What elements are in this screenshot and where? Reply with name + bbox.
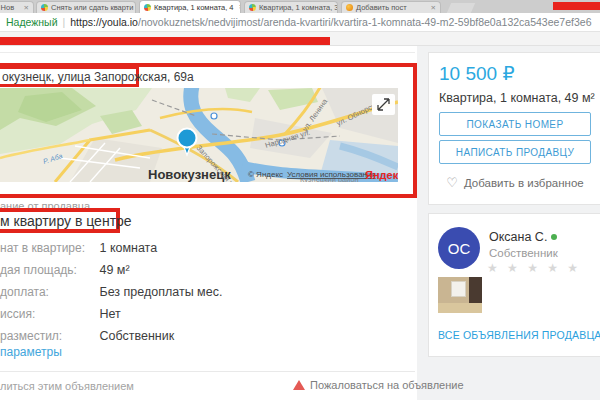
listing-title: м квартиру в центре (0, 213, 132, 229)
site-favicon-icon (346, 4, 353, 11)
detail-row-rooms: нат в квартире: 1 комната (0, 238, 157, 256)
redaction-box (553, 2, 600, 10)
detail-value: 1 комната (99, 241, 157, 255)
thumbnail-wardrobe-shape (469, 277, 482, 305)
seller-avatar[interactable]: ОС (438, 227, 480, 269)
tab-snyat-kvartiru[interactable]: Снять или сдать кварти ✕ (36, 1, 136, 13)
listing-address: окузнецк, улица Запорожская, 69а (2, 70, 194, 84)
seller-name: Оксана С. (489, 230, 547, 244)
detail-label: нат в квартире: (0, 241, 95, 255)
tab-label: Квартира, 1 комната, 3 (259, 3, 338, 12)
add-to-favorites-button[interactable]: ♡ Добавить в избранное (429, 175, 600, 190)
seller-card: ОС Оксана С. Собственник ★ ★ ★ ★ ★ ВСЕ О… (428, 213, 600, 357)
tab-close-icon[interactable]: ✕ (22, 4, 29, 12)
all-parameters-link[interactable]: параметры (0, 345, 62, 359)
youla-favicon-icon (144, 4, 151, 11)
write-seller-button[interactable]: НАПИСАТЬ ПРОДАВЦУ (439, 140, 591, 164)
thumbnail-floor-shape (438, 303, 482, 313)
detail-row-commission: иссия: Нет (0, 304, 121, 322)
youla-favicon-icon (41, 4, 48, 11)
map-terms-link[interactable]: Условия использования (287, 170, 376, 179)
tab-label: Добавить пост (356, 3, 407, 12)
tab-label: — Нов (0, 3, 14, 12)
detail-value: Нет (99, 307, 120, 321)
favorites-label: Добавить в избранное (464, 177, 584, 189)
browser-window: — Нов ✕ Снять или сдать кварти ✕ Квартир… (0, 0, 600, 400)
map-canvas: Новокузнецк Запорожская ул. Народная ул.… (0, 88, 398, 182)
thumbnail-window-shape (451, 281, 466, 297)
tab-kvartira-49m2[interactable]: Квартира, 1 комната, 4 ✕ (139, 0, 241, 13)
map-expand-button[interactable] (372, 94, 395, 115)
detail-label: дая площадь: (0, 263, 95, 277)
address-bar[interactable]: Надежный | https://youla.io/novokuznetsk… (0, 13, 600, 32)
listing-subtitle: Квартира, 1 комната, 49 м² (439, 91, 595, 105)
tab-kvartira-3[interactable]: Квартира, 1 комната, 3 ✕ (244, 1, 338, 13)
all-seller-ads-link[interactable]: ВСЕ ОБЪЯВЛЕНИЯ ПРОДАВЦА (438, 329, 600, 341)
detail-value: Без предоплаты мес. (99, 285, 222, 299)
listing-price: 10 500 ₽ (439, 62, 514, 85)
detail-value: 49 м² (99, 263, 129, 277)
detail-label: разместил: (0, 329, 95, 343)
tab-dobavit-post[interactable]: Добавить пост ✕ (341, 1, 441, 13)
price-card: 10 500 ₽ Квартира, 1 комната, 49 м² ПОКА… (428, 52, 600, 205)
yandex-map[interactable]: Новокузнецк Запорожская ул. Народная ул.… (0, 88, 398, 182)
seller-description-label: ание от продавца (0, 200, 90, 212)
section-divider (0, 52, 415, 53)
heart-icon: ♡ (446, 175, 458, 190)
online-status-icon (551, 234, 557, 240)
yandex-logo: Яндекс (365, 169, 398, 181)
detail-label: доплата: (0, 285, 95, 299)
tab-close-icon[interactable]: ✕ (237, 3, 241, 11)
url-separator: | (63, 16, 66, 28)
detail-row-posted-by: разместил: Собственник (0, 326, 174, 344)
footer-divider (0, 371, 415, 372)
detail-row-prepayment: доплата: Без предоплаты мес. (0, 282, 222, 300)
tab-strip: — Нов ✕ Снять или сдать кварти ✕ Квартир… (0, 0, 600, 13)
detail-row-area: дая площадь: 49 м² (0, 260, 130, 278)
detail-label: иссия: (0, 307, 95, 321)
seller-role: Собственник (489, 247, 558, 259)
warning-triangle-icon (293, 380, 305, 390)
bookmarks-bar (0, 32, 600, 46)
url-host: https://youla.io (70, 16, 138, 28)
secure-badge[interactable]: Надежный (6, 16, 58, 28)
detail-value: Собственник (99, 329, 174, 343)
share-listing-label: литься этим объявлением (0, 380, 134, 392)
rating-stars: ★ ★ ★ ★ ★ (487, 261, 581, 275)
transit-icon (211, 113, 217, 119)
report-label: Пожаловаться на объявление (310, 379, 464, 391)
youla-favicon-icon (249, 4, 256, 11)
map-attribution: © Яндекс (248, 170, 283, 179)
tab-close-icon[interactable]: ✕ (429, 4, 436, 12)
tab-label: Квартира, 1 комната, 4 (154, 3, 234, 12)
report-listing-link[interactable]: Пожаловаться на объявление (293, 379, 464, 391)
listing-thumbnail[interactable] (438, 277, 482, 313)
new-tab-button[interactable] (447, 3, 475, 13)
url-path: /novokuznetsk/nedvijimost/arenda-kvartir… (138, 16, 592, 28)
tab-label: Снять или сдать кварти (51, 3, 133, 12)
redaction-bar (0, 37, 330, 45)
show-number-button[interactable]: ПОКАЗАТЬ НОМЕР (439, 112, 591, 136)
tab-partial[interactable]: — Нов ✕ (0, 1, 34, 13)
